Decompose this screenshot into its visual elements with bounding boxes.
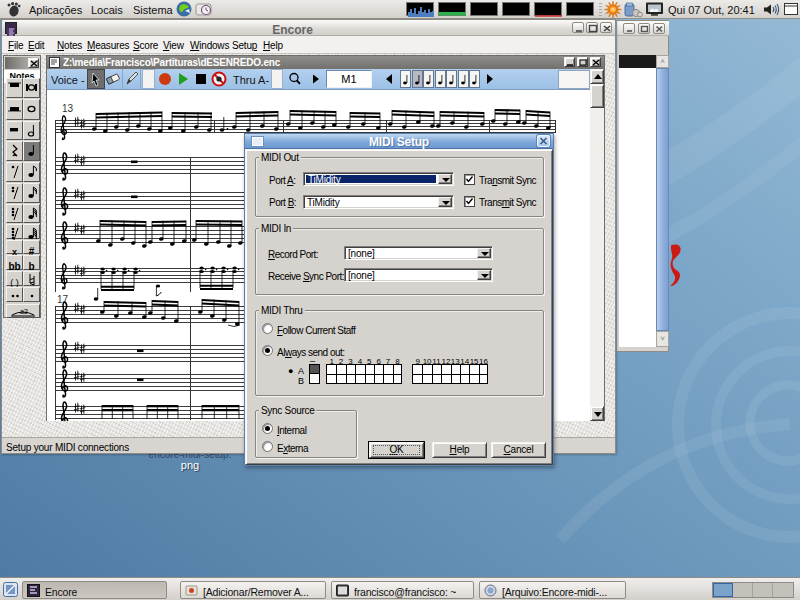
svg-text:a2: a2 — [20, 308, 28, 315]
svg-text:13: 13 — [62, 103, 74, 114]
